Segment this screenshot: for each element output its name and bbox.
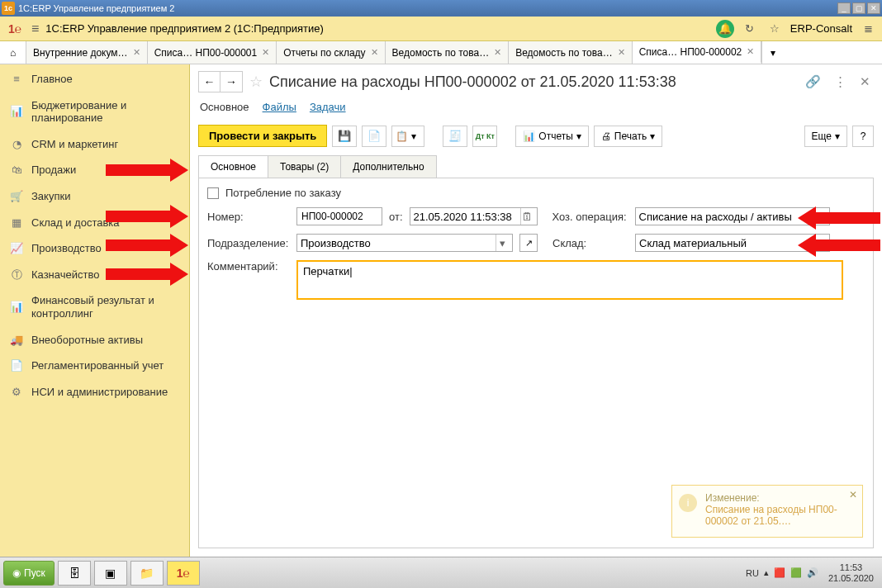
post-and-close-button[interactable]: Провести и закрыть [198, 125, 327, 147]
tab-5[interactable]: Списа… НП00-000002✕ [633, 41, 762, 64]
graph-icon: 📈 [10, 242, 23, 255]
chevron-down-icon[interactable]: ▾ [496, 235, 509, 251]
pie-icon: ◔ [10, 138, 23, 151]
tab-overflow-button[interactable]: ▾ [761, 41, 783, 64]
comment-label: Комментарий: [207, 260, 290, 273]
save-icon[interactable]: 💾 [332, 126, 357, 147]
close-doc-button[interactable]: ✕ [856, 74, 874, 89]
windows-icon: ◉ [12, 567, 21, 579]
reports-dropdown[interactable]: 📊 Отчеты ▾ [515, 126, 588, 147]
favorite-star-icon[interactable]: ☆ [249, 73, 263, 91]
notification-toast: i ✕ Изменение: Списание на расходы НП00-… [671, 485, 863, 538]
close-icon[interactable]: ✕ [747, 46, 754, 57]
form-tab-main[interactable]: Основное [198, 155, 268, 178]
department-select[interactable]: Производство▾ [296, 234, 513, 252]
bars-icon: 📊 [10, 301, 23, 314]
tray-icon-2[interactable]: 🟩 [790, 567, 802, 578]
notification-close-icon[interactable]: ✕ [849, 489, 857, 500]
link-icon[interactable]: 🔗 [802, 74, 824, 89]
app-title: 1C:ERP Управление предприятием 2 (1С:Пре… [45, 22, 323, 35]
close-window-button[interactable]: ✕ [867, 2, 880, 14]
help-button[interactable]: ? [852, 126, 874, 147]
gear-icon: ⚙ [10, 386, 23, 399]
close-icon[interactable]: ✕ [262, 47, 269, 58]
notification-link[interactable]: Списание на расходы НП00-000002 от 21.05… [705, 504, 844, 527]
start-button[interactable]: ◉Пуск [3, 561, 55, 586]
doc-section-main[interactable]: Основное [200, 101, 249, 113]
lang-indicator[interactable]: RU [746, 568, 759, 578]
close-icon[interactable]: ✕ [133, 47, 140, 58]
consumption-label: Потребление по заказу [225, 187, 341, 199]
settings-bars-icon[interactable]: ≣ [859, 20, 877, 38]
sidebar-item-nsi[interactable]: ⚙НСИ и администрирование [0, 379, 189, 405]
forward-button[interactable]: → [220, 72, 242, 92]
menu-icon[interactable]: ≡ [31, 21, 39, 36]
taskbar-1c[interactable]: 1℮ [167, 561, 200, 586]
tray-sound-icon[interactable]: 🔊 [807, 567, 818, 578]
truck-icon: 🚚 [10, 334, 23, 347]
sidebar-item-budget[interactable]: 📊Бюджетирование и планирование [0, 92, 189, 131]
taskbar-app-1[interactable]: 🗄 [58, 561, 91, 586]
tray-expand-icon[interactable]: ▴ [764, 567, 769, 578]
tab-0[interactable]: Внутренние докум…✕ [26, 41, 148, 64]
more-vert-icon[interactable]: ⋮ [831, 74, 850, 89]
notification-title: Изменение: [705, 492, 844, 504]
tab-4[interactable]: Ведомость по това…✕ [509, 41, 633, 64]
sidebar-item-assets[interactable]: 🚚Внеоборотные активы [0, 327, 189, 353]
more-dropdown[interactable]: Еще ▾ [804, 126, 847, 147]
history-icon[interactable]: ↻ [741, 20, 759, 38]
tray-icon-1[interactable]: 🟥 [774, 567, 785, 578]
form-tab-extra[interactable]: Дополнительно [340, 155, 436, 178]
tab-3[interactable]: Ведомость по това…✕ [386, 41, 510, 64]
sidebar-item-regulated[interactable]: 📄Регламентированный учет [0, 353, 189, 379]
close-icon[interactable]: ✕ [371, 47, 378, 58]
content-pane: ← → ☆ Списание на расходы НП00-000002 от… [190, 64, 882, 557]
app-toolbar: 1℮ ≡ 1C:ERP Управление предприятием 2 (1… [0, 17, 882, 41]
number-label: Номер: [207, 211, 290, 223]
from-label: от: [389, 211, 403, 223]
nav-sidebar: ≡Главное 📊Бюджетирование и планирование … [0, 64, 190, 557]
back-button[interactable]: ← [199, 72, 220, 92]
post-icon[interactable]: 📄 [362, 126, 386, 147]
sidebar-item-fin-result[interactable]: 📊Финансовый результат и контроллинг [0, 287, 189, 326]
print-label-icon[interactable]: 🧾 [443, 126, 467, 147]
open-department-button[interactable]: ↗ [519, 234, 538, 252]
window-titlebar: 1c 1C:ERP Управление предприятием 2 _ ▢ … [0, 0, 882, 17]
logo-1c-icon: 1℮ [5, 21, 25, 37]
number-input[interactable] [296, 207, 382, 225]
taskbar-app-2[interactable]: ▣ [94, 561, 127, 586]
taskbar-explorer[interactable]: 📁 [130, 561, 164, 586]
document-tabs: ⌂ Внутренние докум…✕ Списа… НП00-000001✕… [0, 41, 882, 64]
tab-1[interactable]: Списа… НП00-000001✕ [148, 41, 277, 64]
app-logo-icon: 1c [2, 2, 15, 15]
sidebar-item-main[interactable]: ≡Главное [0, 66, 189, 92]
doc-section-files[interactable]: Файлы [263, 101, 296, 113]
maximize-button[interactable]: ▢ [852, 2, 865, 14]
os-taskbar: ◉Пуск 🗄 ▣ 📁 1℮ RU ▴ 🟥 🟩 🔊 11:53 21.05.20… [0, 557, 882, 588]
calendar-icon[interactable]: 🗓 [520, 208, 533, 225]
department-label: Подразделение: [207, 237, 290, 249]
consumption-by-order-checkbox[interactable] [207, 187, 219, 199]
dk-kt-icon[interactable]: Дт Кт [472, 126, 497, 147]
close-icon[interactable]: ✕ [618, 47, 625, 58]
warehouse-label: Склад: [552, 237, 628, 249]
form-tab-goods[interactable]: Товары (2) [268, 155, 341, 178]
date-input[interactable]: 21.05.2020 11:53:38🗓 [410, 207, 538, 225]
list-icon: ≡ [10, 73, 23, 86]
print-dropdown[interactable]: 🖨 Печать ▾ [594, 126, 662, 147]
home-tab[interactable]: ⌂ [0, 41, 26, 64]
grid-icon: ▦ [10, 216, 23, 230]
comment-textarea[interactable]: Перчатки [296, 260, 843, 300]
operation-label: Хоз. операция: [552, 211, 628, 223]
minimize-button[interactable]: _ [837, 2, 851, 14]
copy-dropdown[interactable]: 📋 ▾ [391, 126, 424, 147]
info-icon: i [679, 494, 697, 512]
doc-section-tasks[interactable]: Задачи [310, 101, 346, 113]
system-clock[interactable]: 11:53 21.05.2020 [823, 562, 879, 582]
bell-icon[interactable]: 🔔 [716, 20, 734, 38]
sidebar-item-purchases[interactable]: 🛒Закупки [0, 183, 189, 210]
close-icon[interactable]: ✕ [494, 47, 501, 58]
tab-2[interactable]: Отчеты по складу✕ [277, 41, 385, 64]
sidebar-item-crm[interactable]: ◔CRM и маркетинг [0, 131, 189, 158]
favorites-star-icon[interactable]: ☆ [766, 20, 784, 38]
